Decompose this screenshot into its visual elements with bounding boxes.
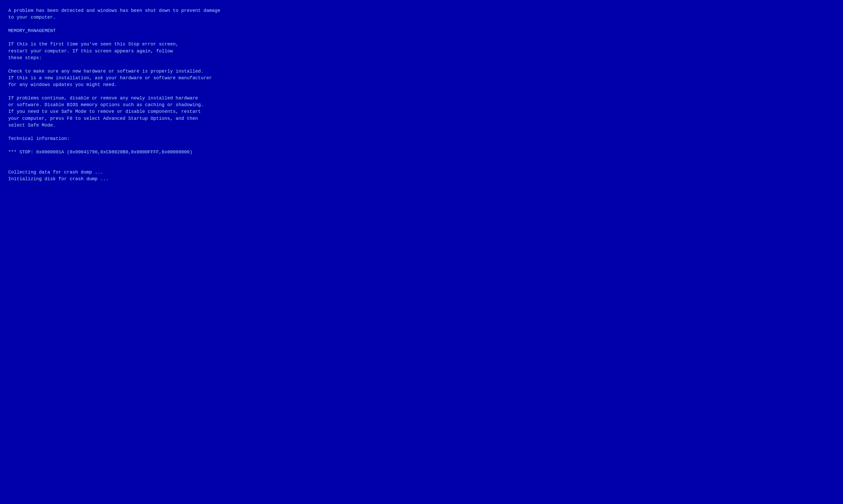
- bsod-content: A problem has been detected and windows …: [8, 7, 835, 182]
- bsod-line-line10: If problems continue, disable or remove …: [8, 95, 835, 102]
- bsod-line-line2: to your computer.: [8, 14, 835, 21]
- bsod-line-blank3: [8, 61, 835, 68]
- bsod-line-line8: If this is a new installation, ask your …: [8, 75, 835, 81]
- bsod-line-line7: Check to make sure any new hardware or s…: [8, 68, 835, 75]
- bsod-line-line15: Technical information:: [8, 135, 835, 142]
- bsod-line-line17: Collecting data for crash dump ...: [8, 169, 835, 176]
- bsod-line-blank6: [8, 142, 835, 149]
- bsod-line-line14: select Safe Mode.: [8, 122, 835, 129]
- bsod-line-line18: Initializing disk for crash dump ...: [8, 176, 835, 182]
- bsod-line-line4: If this is the first time you've seen th…: [8, 41, 835, 48]
- bsod-line-blank1: [8, 21, 835, 28]
- bsod-line-blank4: [8, 88, 835, 95]
- bsod-line-line12: If you need to use Safe Mode to remove o…: [8, 108, 835, 115]
- bsod-line-line5: restart your computer. If this screen ap…: [8, 48, 835, 54]
- bsod-line-blank5: [8, 129, 835, 135]
- bsod-line-line6: these steps:: [8, 54, 835, 61]
- bsod-line-line16: *** STOP: 0x0000001A (0x00041790,0xC0802…: [8, 149, 835, 156]
- bsod-line-line3: MEMORY_MANAGEMENT: [8, 28, 835, 34]
- bsod-line-blank7: [8, 156, 835, 162]
- bsod-line-line11: or software. Disable BIOS memory options…: [8, 102, 835, 108]
- bsod-line-line13: your computer, press F8 to select Advanc…: [8, 115, 835, 122]
- bsod-line-blank2: [8, 34, 835, 41]
- bsod-screen: A problem has been detected and windows …: [0, 0, 843, 504]
- bsod-line-line9: for any windows updates you might need.: [8, 81, 835, 88]
- bsod-line-line1: A problem has been detected and windows …: [8, 7, 835, 14]
- bsod-line-blank8: [8, 162, 835, 169]
